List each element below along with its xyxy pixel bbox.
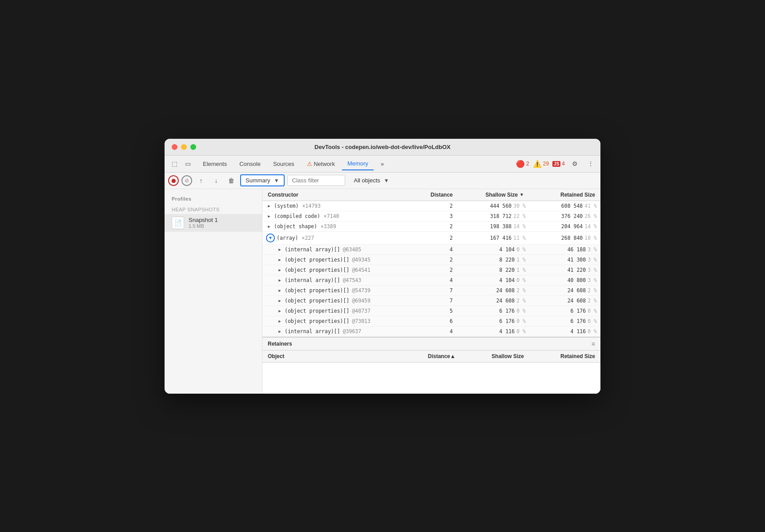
js-error-badge[interactable]: JS 4 <box>552 161 565 167</box>
class-filter-input[interactable] <box>287 175 345 186</box>
expand-icon[interactable]: ▶ <box>277 328 283 335</box>
collect-garbage-icon[interactable]: 🗑 <box>225 174 238 187</box>
row-shallow: 444 56030 % <box>458 201 529 211</box>
shallow-sort-icon: ▼ <box>519 192 524 197</box>
row-distance: 5 <box>423 306 458 316</box>
expand-icon[interactable]: ▶ <box>277 287 283 294</box>
maximize-button[interactable] <box>190 144 196 150</box>
header-constructor[interactable]: Constructor <box>262 189 423 201</box>
retainers-header-object[interactable]: Object <box>262 351 423 362</box>
retainers-menu-icon[interactable]: ≡ <box>592 340 595 347</box>
row-name: (internal array)[] <box>285 328 340 335</box>
snapshot-name: Snapshot 1 <box>189 217 218 223</box>
download-icon[interactable]: ↓ <box>210 174 222 187</box>
expand-icon[interactable]: ▶ <box>266 223 272 230</box>
secondary-toolbar: ⏺ ⊘ ↑ ↓ 🗑 Summary ▼ All objects ▼ <box>165 173 600 189</box>
row-retained: 41 2203 % <box>529 265 600 275</box>
row-distance: 4 <box>423 245 458 254</box>
row-name: (object properties)[] <box>285 308 349 314</box>
row-name: (object properties)[] <box>285 257 349 263</box>
summary-dropdown[interactable]: Summary ▼ <box>240 174 285 186</box>
table-body: ▶ (system) ×14793 2 444 56030 % 608 5484… <box>262 201 600 337</box>
header-retained[interactable]: Retained Size <box>529 189 600 201</box>
expand-icon[interactable]: ▶ <box>277 308 283 314</box>
expand-icon[interactable]: ▼ <box>266 234 275 242</box>
record-button[interactable]: ⏺ <box>168 175 179 186</box>
retainers-header-retained[interactable]: Retained Size <box>529 351 600 362</box>
row-constructor: ▶ (object shape) ×3389 <box>262 222 423 231</box>
row-constructor: ▶ (object properties)[] @64541 <box>262 265 423 275</box>
row-id: @49345 <box>352 257 370 263</box>
expand-icon[interactable]: ▶ <box>266 213 272 219</box>
traffic-lights <box>172 144 196 150</box>
table-row: ▶ (compiled code) ×7140 3 318 71222 % 37… <box>262 211 600 222</box>
tab-memory[interactable]: Memory <box>342 157 374 170</box>
close-button[interactable] <box>172 144 177 150</box>
row-retained: 6 1760 % <box>529 306 600 316</box>
row-id: @63485 <box>343 246 362 253</box>
heap-table: Constructor Distance Shallow Size ▼ Reta… <box>262 189 600 337</box>
table-row: ▶ (system) ×14793 2 444 56030 % 608 5484… <box>262 201 600 211</box>
row-retained: 4 1160 % <box>529 326 600 336</box>
expand-icon[interactable]: ▶ <box>277 257 283 263</box>
retainers-table-header: Object Distance▲ Shallow Size Retained S… <box>262 351 600 363</box>
table-row: ▶ (object properties)[] @49345 2 8 2201 … <box>262 255 600 265</box>
row-name: (internal array)[] <box>285 277 340 283</box>
sidebar-title: Profiles <box>165 193 262 203</box>
retainers-header-shallow: Shallow Size <box>458 351 529 362</box>
row-name: (internal array)[] <box>285 246 340 253</box>
row-retained: 268 84018 % <box>529 233 600 243</box>
tab-network[interactable]: ⚠ Network <box>302 158 340 170</box>
table-row: ▶ (internal array)[] @47543 4 4 1040 % 4… <box>262 275 600 286</box>
row-count: ×3389 <box>321 223 336 230</box>
row-shallow: 8 2201 % <box>458 265 529 275</box>
warning-count: 29 <box>543 161 549 167</box>
row-shallow: 6 1760 % <box>458 306 529 316</box>
error-count: 2 <box>526 161 529 167</box>
expand-icon[interactable]: ▶ <box>277 318 283 324</box>
row-id: @39637 <box>343 328 362 335</box>
all-objects-dropdown[interactable]: All objects ▼ <box>350 175 394 185</box>
expand-icon[interactable]: ▶ <box>266 203 272 209</box>
tab-elements[interactable]: Elements <box>197 158 232 170</box>
expand-icon[interactable]: ▶ <box>277 277 283 283</box>
clear-button[interactable]: ⊘ <box>181 175 192 186</box>
retainers-section: Retainers ≡ Object Distance▲ Shallow Siz… <box>262 337 600 394</box>
devtools-window: DevTools - codepen.io/web-dot-dev/live/P… <box>165 139 600 394</box>
retainers-header-distance[interactable]: Distance▲ <box>423 351 458 362</box>
expand-icon[interactable]: ▶ <box>277 267 283 273</box>
error-badge[interactable]: 🔴 2 <box>516 160 529 168</box>
js-error-icon: JS <box>552 161 560 167</box>
row-constructor: ▶ (internal array)[] @39637 <box>262 326 423 336</box>
main-content: Constructor Distance Shallow Size ▼ Reta… <box>262 189 600 394</box>
tab-console[interactable]: Console <box>234 158 266 170</box>
snapshot-item[interactable]: 📄 Snapshot 1 1.5 MB <box>165 214 262 232</box>
expand-icon[interactable]: ▶ <box>277 298 283 304</box>
upload-icon[interactable]: ↑ <box>195 174 207 187</box>
all-objects-arrow: ▼ <box>384 177 389 184</box>
device-toolbar-icon[interactable]: ▭ <box>181 157 194 170</box>
settings-icon[interactable]: ⚙ <box>568 157 581 170</box>
row-shallow: 4 1160 % <box>458 326 529 336</box>
more-options-icon[interactable]: ⋮ <box>584 157 597 170</box>
row-constructor: ▶ (object properties)[] @48737 <box>262 306 423 316</box>
row-count: ×227 <box>302 235 314 241</box>
expand-icon[interactable]: ▶ <box>277 246 283 253</box>
header-distance[interactable]: Distance <box>423 189 458 201</box>
row-name: (object properties)[] <box>285 318 349 324</box>
minimize-button[interactable] <box>181 144 187 150</box>
sidebar: Profiles HEAP SNAPSHOTS 📄 Snapshot 1 1.5… <box>165 189 262 394</box>
row-constructor: ▶ (object properties)[] @54739 <box>262 286 423 295</box>
inspect-element-icon[interactable]: ⬚ <box>168 157 181 170</box>
row-distance: 2 <box>423 265 458 275</box>
tab-more[interactable]: » <box>375 158 389 170</box>
row-shallow: 198 38814 % <box>458 222 529 231</box>
row-distance: 4 <box>423 275 458 285</box>
row-name: (object properties)[] <box>285 267 349 273</box>
warning-badge[interactable]: ⚠️ 29 <box>533 160 549 168</box>
row-constructor: ▼ (array) ×227 <box>262 232 423 244</box>
row-distance: 3 <box>423 211 458 221</box>
header-shallow[interactable]: Shallow Size ▼ <box>458 189 529 201</box>
row-constructor: ▶ (object properties)[] @73013 <box>262 316 423 326</box>
tab-sources[interactable]: Sources <box>268 158 300 170</box>
